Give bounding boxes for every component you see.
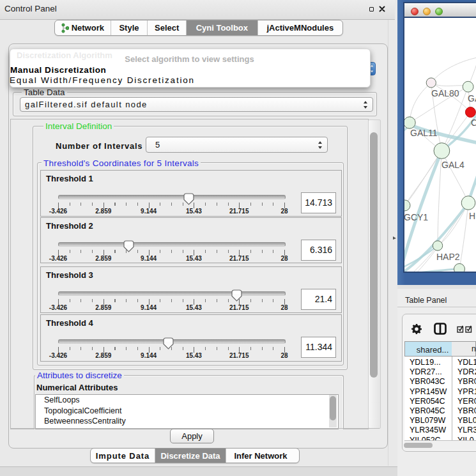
svg-text:GCY1: GCY1: [404, 212, 428, 222]
svg-text:GAL4: GAL4: [441, 160, 464, 170]
svg-text:HAP2: HAP2: [436, 252, 460, 262]
svg-text:GA: GA: [468, 93, 476, 104]
svg-text:H: H: [469, 211, 475, 221]
svg-text:GAL80: GAL80: [431, 88, 459, 98]
svg-text:C: C: [471, 118, 476, 128]
svg-text:GAL11: GAL11: [410, 128, 438, 138]
